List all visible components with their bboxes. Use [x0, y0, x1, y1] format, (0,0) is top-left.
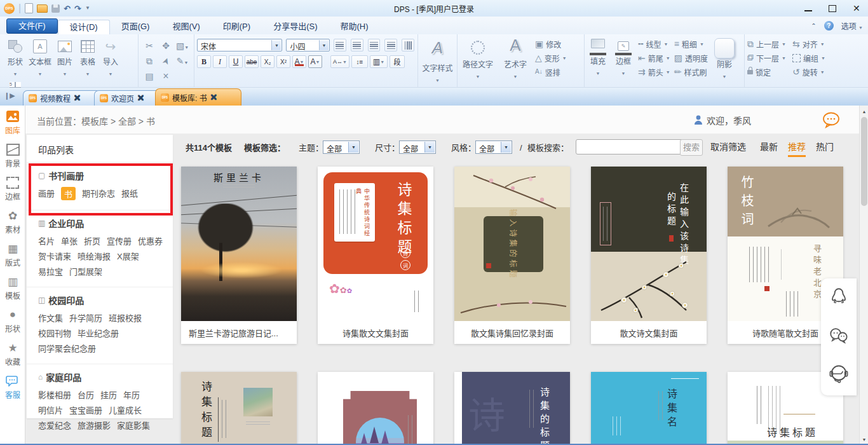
sidebar-item-shape[interactable]: ● 形状 — [0, 304, 25, 337]
catalog-item[interactable]: 升学简历 — [69, 312, 102, 324]
catalog-item[interactable]: 旅游摄影 — [78, 419, 111, 431]
sort-recommend[interactable]: 推荐 — [788, 140, 806, 157]
catalog-item[interactable]: 门型展架 — [69, 265, 102, 277]
menu-tab-page[interactable]: 页面(G) — [110, 20, 161, 34]
collapse-ribbon-icon[interactable]: ⌃ — [811, 22, 816, 29]
sidebar-item-background[interactable]: 背景 — [0, 139, 25, 172]
path-text-button[interactable]: 路径文字▼ — [460, 37, 496, 81]
opacity-button[interactable]: ▨透明度 — [674, 51, 708, 65]
sidebar-item-template[interactable]: ▥ 模板 — [0, 271, 25, 304]
insert-textbox-button[interactable]: A 文本框▼ — [27, 37, 53, 78]
insert-table-button[interactable]: 表格▼ — [77, 37, 98, 78]
fill-button[interactable]: 填充▼ — [587, 37, 609, 78]
menu-tab-design[interactable]: 设计(D) — [58, 20, 110, 35]
vertical-text-button[interactable]: A↓竖排 — [535, 65, 567, 79]
select-cursor-icon[interactable]: ➤ — [160, 56, 171, 66]
search-button[interactable]: 搜索 — [680, 139, 703, 156]
catalog-item[interactable]: 单张 — [61, 235, 78, 247]
distribute-button[interactable] — [402, 39, 414, 51]
catalog-item[interactable]: 毕业纪念册 — [78, 327, 119, 339]
doc-tab-video-tutorial[interactable]: DPS 视频教程 🗙 — [23, 90, 100, 106]
sidebar-item-border[interactable]: 边框 — [0, 172, 25, 205]
template-search-input[interactable] — [576, 139, 685, 154]
help-icon[interactable]: ? — [824, 21, 834, 31]
template-card[interactable]: 斯里兰卡 斯里兰卡游记旅游日记... — [181, 167, 297, 344]
layer-up-button[interactable]: ⧉上一层▼ — [747, 37, 786, 51]
columns-button[interactable]: ▥▼ — [370, 55, 388, 68]
doc-tab-template-library[interactable]: DPS 模板库: 书 🗙 — [155, 88, 241, 106]
sidebar-item-favorites[interactable]: ★ 收藏 — [0, 337, 25, 370]
tab-close-icon[interactable]: 🗙 — [74, 95, 81, 102]
wechat-contact-icon[interactable] — [821, 317, 857, 355]
catalog-item[interactable]: 宣传册 — [107, 235, 132, 247]
font-family-select[interactable]: 宋体▼ — [197, 39, 282, 51]
underline-button[interactable]: U — [229, 55, 243, 68]
delete-icon[interactable]: × — [163, 71, 168, 81]
modify-button[interactable]: ▣修改 — [535, 37, 567, 51]
subscript-button[interactable]: X₂ — [261, 55, 275, 68]
catalog-item[interactable]: 画册 — [38, 187, 55, 200]
word-art-button[interactable]: A 艺术字▼ — [501, 37, 530, 81]
image-edit-icon[interactable]: ▧▼ — [176, 41, 189, 50]
catalog-item[interactable]: 贺卡请柬 — [38, 250, 71, 262]
menu-tab-help[interactable]: 帮助(H) — [329, 20, 379, 34]
template-card[interactable]: 诗集名 — [591, 372, 707, 445]
rotate-button[interactable]: ↺旋转▼ — [792, 65, 825, 79]
catalog-item[interactable]: 明信片 — [38, 404, 63, 416]
catalog-item[interactable]: 名片 — [38, 235, 55, 247]
pen-tool-icon[interactable]: ✎▼ — [177, 57, 189, 65]
sort-hot[interactable]: 热门 — [816, 140, 834, 153]
cancel-filter-button[interactable]: 取消筛选 — [710, 140, 746, 153]
italic-button[interactable]: I — [213, 55, 227, 68]
catalog-item[interactable]: 易拉宝 — [38, 265, 63, 277]
doc-tab-welcome[interactable]: DPS 欢迎页 🗙 — [94, 90, 161, 106]
catalog-item[interactable]: 折页 — [84, 235, 100, 247]
scrollbar-thumb[interactable] — [861, 117, 867, 206]
insert-image-button[interactable]: 图片▼ — [54, 37, 76, 78]
minimize-button[interactable] — [804, 5, 812, 11]
theme-select[interactable]: 全部▼ — [323, 140, 360, 154]
font-size-select[interactable]: 小四▼ — [286, 39, 330, 51]
line-type-button[interactable]: ╍线型▼ — [638, 37, 670, 51]
qq-contact-icon[interactable] — [821, 278, 857, 317]
options-button[interactable]: 选项 ▼ — [841, 20, 863, 31]
shadow-button[interactable]: 阴影▼ — [712, 37, 737, 81]
size-select[interactable]: 全部▼ — [399, 140, 436, 154]
cut-icon[interactable]: ✂ — [146, 41, 153, 50]
char-spacing-button[interactable]: A↔▼ — [330, 55, 349, 68]
maximize-button[interactable] — [829, 5, 836, 12]
arrow-tail-button[interactable]: ⇤箭尾▼ — [638, 51, 670, 65]
catalog-item[interactable]: 同学聚会纪念册 — [38, 342, 96, 354]
catalog-item[interactable]: 儿童成长 — [109, 404, 142, 416]
border-button[interactable]: ✎ 边框▼ — [613, 37, 634, 78]
hand-tool-icon[interactable]: ✥ — [162, 41, 170, 50]
arrow-head-button[interactable]: ⇉箭头▼ — [638, 65, 670, 79]
paragraph-button[interactable]: 段 — [390, 55, 405, 68]
transform-button[interactable]: △变形▼ — [535, 51, 567, 65]
style-select[interactable]: 全部▼ — [475, 140, 512, 154]
template-card[interactable]: 诗集标题 — [181, 372, 297, 445]
catalog-item[interactable]: 校园刊物 — [38, 327, 71, 339]
catalog-item[interactable]: 优惠券 — [138, 235, 163, 247]
sidebar-item-layout[interactable]: ▦ 版式 — [0, 238, 25, 271]
tab-scroll-left-icon[interactable]: ❙▶ — [4, 92, 15, 100]
layer-down-button[interactable]: ⧉下一层▼ — [747, 51, 786, 65]
insert-shape-button[interactable]: 形状▼ — [4, 37, 26, 78]
catalog-item[interactable]: 喷绘海报 — [78, 250, 111, 262]
catalog-item[interactable]: 影楼相册 — [38, 388, 71, 400]
align-objects-button[interactable]: ⇆对齐▼ — [792, 37, 825, 51]
thickness-button[interactable]: ≡粗细▼ — [674, 37, 708, 51]
template-card[interactable]: 在此输入该诗集 的标题 散文诗文集封面 — [591, 167, 707, 344]
catalog-item[interactable]: 班报校报 — [109, 312, 142, 324]
customer-service-icon[interactable] — [821, 355, 857, 393]
menu-tab-view[interactable]: 视图(V) — [161, 20, 211, 34]
group-button[interactable]: 编组▼ — [792, 51, 825, 65]
catalog-item[interactable]: 台历 — [78, 388, 94, 400]
tab-close-icon[interactable]: 🗙 — [137, 95, 144, 102]
highlight-color-button[interactable]: A▼ — [308, 55, 322, 68]
sidebar-item-material[interactable]: ✿ 素材 — [0, 205, 25, 238]
lock-button[interactable]: 锁定 — [747, 65, 786, 79]
style-brush-button[interactable]: ✏样式刷 — [674, 65, 708, 79]
catalog-item[interactable]: 作文集 — [38, 312, 63, 324]
menu-tab-print[interactable]: 印刷(P) — [212, 20, 262, 34]
